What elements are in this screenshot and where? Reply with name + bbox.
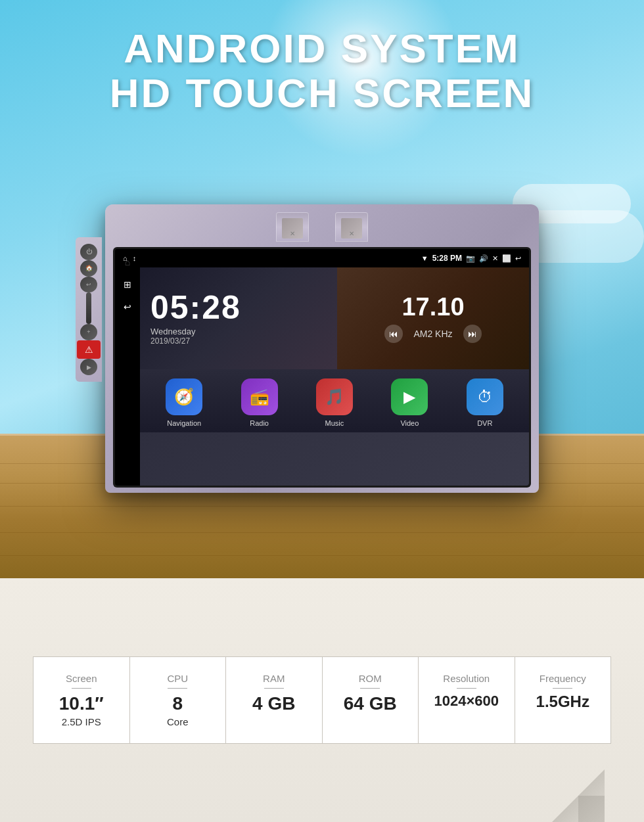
spec-ram-label: RAM	[263, 673, 285, 684]
spec-divider	[72, 688, 91, 689]
headline: ANDROID SYSTEM HD TOUCH SCREEN	[0, 26, 644, 116]
app-video[interactable]: ▶ Video	[391, 378, 428, 427]
top-section: ANDROID SYSTEM HD TOUCH SCREEN ⏻ 🏠 ↩	[0, 0, 644, 578]
spec-frequency-value: 1.5GHz	[536, 693, 589, 712]
volume-icon: 🔊	[479, 254, 488, 263]
home-button[interactable]: 🏠	[80, 260, 97, 277]
spec-cpu: CPU 8 Core	[130, 657, 227, 743]
video-icon: ▶	[391, 378, 428, 415]
app-navigation[interactable]: 🧭 Navigation	[166, 378, 202, 427]
back-status-icon: ↩	[515, 254, 521, 263]
spec-frequency-label: Frequency	[540, 673, 586, 684]
navigation-icon: 🧭	[166, 378, 202, 415]
dvr-icon: ⏱	[467, 378, 503, 415]
nav-bar: ⌂ ⊞ ↩	[115, 249, 140, 486]
nav-back-icon[interactable]: ↩	[120, 299, 135, 315]
close-status-icon: ✕	[492, 254, 498, 263]
status-bar: ⌂ ↕ ▼ 5:28 PM 📷 🔊 ✕ ⬜ ↩	[115, 249, 529, 267]
spec-cpu-sub: Core	[167, 716, 189, 727]
specs-grid: Screen 10.1″ 2.5D IPS CPU 8 Core RAM 4 G…	[33, 656, 611, 744]
spec-screen: Screen 10.1″ 2.5D IPS	[34, 657, 130, 743]
spec-screen-value: 10.1″	[59, 693, 104, 715]
radio-widget: 17.10 ⏮ AM2 KHz ⏭	[337, 267, 529, 369]
radio-band-label: AM2 KHz	[413, 329, 452, 339]
widget-row: 05:28 Wednesday 2019/03/27 17.10 ⏮	[140, 267, 529, 369]
dvr-label: DVR	[477, 419, 492, 427]
spec-cpu-value: 8	[172, 693, 183, 715]
spec-divider-3	[264, 688, 284, 689]
spec-resolution: Resolution 1024×600	[419, 657, 515, 743]
radio-controls: ⏮ AM2 KHz ⏭	[384, 325, 481, 343]
power-button[interactable]: ⏻	[80, 244, 97, 260]
radio-label-text: Radio	[250, 419, 269, 427]
plus-button[interactable]: +	[80, 324, 97, 340]
status-time: 5:28 PM	[432, 254, 462, 263]
left-side-panel: ⏻ 🏠 ↩ + ⚠ ▶	[76, 237, 102, 382]
screen-wrapper: ⌂ ↕ ▼ 5:28 PM 📷 🔊 ✕ ⬜ ↩	[113, 247, 531, 488]
spec-ram: RAM 4 GB	[226, 657, 323, 743]
radio-freq: 17.10	[402, 294, 464, 319]
bracket-piece-left	[276, 212, 309, 242]
status-right: ▼ 5:28 PM 📷 🔊 ✕ ⬜ ↩	[421, 254, 521, 263]
grain-line	[0, 532, 644, 533]
warning-light: ⚠	[77, 340, 101, 359]
grain-line	[0, 506, 644, 507]
music-label: Music	[325, 419, 344, 427]
music-icon: 🎵	[316, 378, 353, 415]
navigation-label: Navigation	[167, 419, 201, 427]
app-grid: 🧭 Navigation 📻 Radio 🎵 Music	[140, 369, 529, 432]
window-icon: ⬜	[502, 254, 511, 263]
spec-divider-4	[360, 688, 380, 689]
clock-time: 05:28	[150, 291, 327, 324]
home-status-icon: ⌂	[123, 254, 127, 262]
main-screen[interactable]: ⌂ ↕ ▼ 5:28 PM 📷 🔊 ✕ ⬜ ↩	[115, 249, 529, 486]
clock-date: 2019/03/27	[150, 336, 327, 346]
spec-resolution-value: 1024×600	[434, 693, 499, 710]
arrow-button[interactable]: ▶	[80, 359, 97, 375]
wifi-icon: ▼	[421, 254, 428, 262]
nav-rss-icon[interactable]: ⊞	[120, 277, 135, 292]
outer-frame: ⏻ 🏠 ↩ + ⚠ ▶ ⌂ ↕	[105, 204, 539, 493]
car-radio-unit: ⏻ 🏠 ↩ + ⚠ ▶ ⌂ ↕	[105, 204, 539, 493]
spec-divider-2	[168, 688, 187, 689]
spec-rom: ROM 64 GB	[323, 657, 419, 743]
spec-frequency: Frequency 1.5GHz	[515, 657, 611, 743]
radio-prev-button[interactable]: ⏮	[384, 325, 403, 343]
bottom-section: Screen 10.1″ 2.5D IPS CPU 8 Core RAM 4 G…	[0, 578, 644, 822]
spec-ram-value: 4 GB	[252, 693, 295, 715]
back-button[interactable]: ↩	[80, 277, 97, 293]
bracket-piece-right	[335, 212, 368, 242]
clock-day: Wednesday	[150, 327, 327, 336]
app-music[interactable]: 🎵 Music	[316, 378, 353, 427]
spec-cpu-label: CPU	[167, 673, 188, 684]
top-bracket	[113, 212, 531, 242]
screen-content: 05:28 Wednesday 2019/03/27 17.10 ⏮	[140, 267, 529, 486]
video-label: Video	[400, 419, 419, 427]
radio-next-button[interactable]: ⏭	[463, 325, 482, 343]
spec-divider-5	[457, 688, 476, 689]
headline-line2: HD TOUCH SCREEN	[0, 71, 644, 116]
spec-resolution-label: Resolution	[443, 673, 490, 684]
status-left: ⌂ ↕	[123, 254, 136, 262]
volume-slider[interactable]	[86, 292, 91, 324]
paper-fold	[552, 769, 605, 822]
spec-screen-sub: 2.5D IPS	[62, 716, 101, 727]
headline-line1: ANDROID SYSTEM	[0, 26, 644, 71]
clock-widget: 05:28 Wednesday 2019/03/27	[140, 267, 337, 369]
usb-icon: ↕	[133, 254, 137, 262]
spec-divider-6	[553, 688, 572, 689]
grain-line	[0, 555, 644, 556]
spec-rom-value: 64 GB	[344, 693, 397, 715]
spec-screen-label: Screen	[66, 673, 97, 684]
app-radio[interactable]: 📻 Radio	[241, 378, 278, 427]
camera-icon: 📷	[466, 254, 475, 263]
radio-icon: 📻	[241, 378, 278, 415]
app-dvr[interactable]: ⏱ DVR	[467, 378, 503, 427]
spec-rom-label: ROM	[359, 673, 382, 684]
